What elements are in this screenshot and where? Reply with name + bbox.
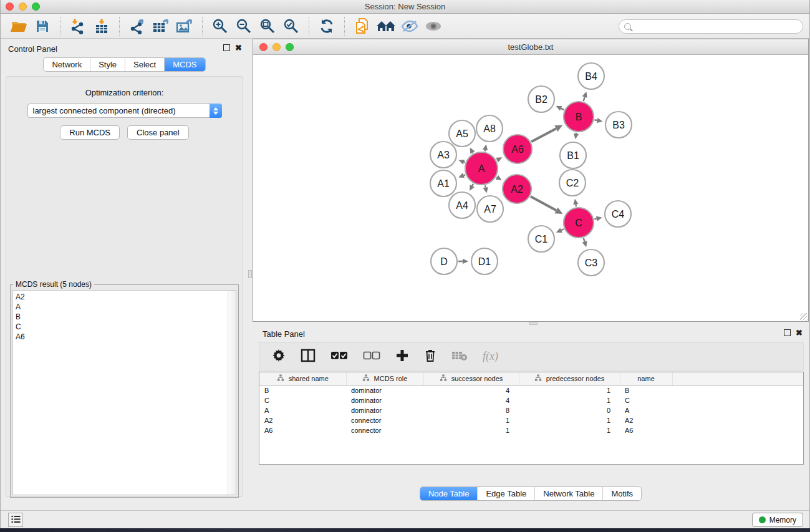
table-cell[interactable]: A2 — [259, 415, 346, 425]
result-item[interactable]: C — [13, 322, 236, 332]
table-cell[interactable]: C — [259, 395, 346, 405]
table-cell[interactable]: A2 — [620, 415, 672, 425]
table-cell[interactable]: dominator — [346, 395, 423, 405]
tab-edge-table[interactable]: Edge Table — [477, 487, 534, 500]
table-cell[interactable]: 1 — [519, 425, 620, 435]
run-mcds-button[interactable]: Run MCDS — [60, 125, 120, 140]
create-column-button[interactable] — [395, 349, 409, 365]
node-table-container[interactable]: shared nameMCDS rolesuccessor nodesprede… — [259, 372, 804, 465]
node-table-body[interactable]: Bdominator41BCdominator41CAdominator80AA… — [259, 385, 803, 435]
node-table-header[interactable]: shared nameMCDS rolesuccessor nodesprede… — [259, 372, 803, 385]
splitter-grip[interactable] — [248, 270, 252, 278]
criterion-dropdown[interactable]: largest connected component (directed) — [27, 104, 222, 118]
table-cell[interactable]: C — [620, 395, 672, 405]
table-cell[interactable]: 1 — [519, 385, 620, 395]
table-cell[interactable]: A — [259, 405, 346, 415]
select-all-columns-button[interactable] — [330, 351, 348, 362]
result-item[interactable]: A — [13, 302, 236, 312]
result-scrollbar[interactable] — [228, 291, 236, 495]
node-table[interactable]: shared nameMCDS rolesuccessor nodesprede… — [259, 372, 803, 435]
tab-node-table[interactable]: Node Table — [420, 487, 478, 500]
column-header-name[interactable]: name — [620, 372, 672, 385]
show-columns-button[interactable] — [301, 349, 316, 365]
hide-selected-button[interactable] — [398, 16, 422, 37]
search-input[interactable] — [634, 22, 803, 31]
table-cell[interactable]: dominator — [346, 385, 423, 395]
table-row[interactable]: A2connector11A2 — [259, 415, 803, 425]
edge-A-A1[interactable] — [464, 175, 465, 175]
table-cell[interactable]: connector — [346, 425, 423, 435]
memory-button[interactable]: Memory — [752, 513, 803, 527]
table-cell[interactable]: 8 — [423, 405, 519, 415]
export-image-button[interactable] — [173, 16, 196, 37]
edge-B-B3[interactable] — [594, 120, 597, 120]
result-item[interactable]: A6 — [13, 332, 236, 342]
edge-A-A3[interactable] — [464, 162, 465, 163]
delete-table-button[interactable] — [451, 350, 468, 364]
zoom-out-button[interactable] — [232, 16, 256, 37]
edge-A-A7[interactable] — [485, 185, 486, 187]
network-canvas[interactable]: AA1A2A3A4A5A6A7A8BB1B2B3B4CC1C2C3C4DD1 — [253, 56, 808, 321]
column-header-successor-nodes[interactable]: successor nodes — [423, 372, 519, 385]
window-resize-grip[interactable] — [800, 313, 808, 321]
search-box[interactable] — [619, 19, 803, 34]
function-builder-button[interactable]: f(x) — [483, 350, 498, 363]
table-row[interactable]: Adominator80A — [259, 405, 803, 415]
column-header-predecessor-nodes[interactable]: predecessor nodes — [519, 372, 620, 385]
open-session-button[interactable] — [7, 16, 31, 37]
tab-network-table[interactable]: Network Table — [534, 487, 602, 500]
table-cell[interactable]: B — [620, 385, 672, 395]
table-row[interactable]: Cdominator41C — [259, 395, 803, 405]
table-row[interactable]: Bdominator41B — [259, 385, 803, 395]
zoom-selected-button[interactable] — [279, 16, 303, 37]
splitter-grip[interactable] — [529, 322, 538, 325]
close-panel-button-mcds[interactable]: Close panel — [127, 125, 189, 140]
network-graph[interactable]: AA1A2A3A4A5A6A7A8BB1B2B3B4CC1C2C3C4DD1 — [253, 56, 807, 321]
network-window-titlebar[interactable]: testGlobe.txt — [253, 39, 808, 55]
zoom-fit-content-button[interactable] — [256, 16, 279, 37]
delete-columns-button[interactable] — [424, 349, 436, 365]
tab-network[interactable]: Network — [44, 58, 90, 71]
export-network-button[interactable] — [125, 16, 149, 37]
result-item[interactable]: B — [13, 312, 236, 322]
close-panel-button[interactable]: ✖ — [235, 44, 242, 51]
table-cell[interactable]: A6 — [620, 425, 672, 435]
task-history-button[interactable] — [8, 513, 23, 527]
mcds-result-list[interactable]: A2ABCA6 — [12, 290, 236, 495]
tab-motifs[interactable]: Motifs — [602, 487, 641, 500]
table-cell[interactable]: 1 — [519, 395, 620, 405]
table-cell[interactable]: dominator — [346, 405, 423, 415]
import-network-button[interactable] — [66, 16, 90, 37]
edge-C-C2[interactable] — [576, 205, 576, 207]
table-cell[interactable]: 0 — [519, 405, 620, 415]
close-table-panel-button[interactable]: ✖ — [796, 329, 803, 336]
result-item[interactable]: A2 — [13, 292, 236, 302]
edge-C-C3[interactable] — [584, 238, 585, 242]
edge-B-B2[interactable] — [561, 109, 564, 110]
edge-B-B4[interactable] — [584, 97, 585, 101]
tab-style[interactable]: Style — [90, 58, 125, 71]
tab-mcds[interactable]: MCDS — [164, 58, 205, 71]
table-cell[interactable]: A6 — [259, 425, 346, 435]
zoom-in-button[interactable] — [208, 16, 232, 37]
table-cell[interactable]: 4 — [423, 385, 519, 395]
table-cell[interactable]: B — [259, 385, 346, 395]
edge-C-C4[interactable] — [594, 219, 596, 220]
float-panel-button[interactable] — [223, 44, 230, 51]
show-all-button[interactable] — [422, 16, 445, 37]
table-cell[interactable]: connector — [346, 415, 423, 425]
refresh-view-button[interactable] — [315, 16, 339, 37]
edge-A2-C[interactable] — [531, 196, 556, 210]
table-cell[interactable]: 1 — [423, 415, 519, 425]
column-header-shared-name[interactable]: shared name — [259, 372, 346, 385]
import-table-button[interactable] — [90, 16, 113, 37]
table-cell[interactable]: 4 — [423, 395, 519, 405]
edge-A6-B[interactable] — [531, 128, 556, 142]
vertical-splitter[interactable] — [248, 39, 253, 506]
column-header-MCDS-role[interactable]: MCDS role — [346, 372, 423, 385]
new-network-from-selection-button[interactable] — [350, 16, 374, 37]
table-cell[interactable]: 1 — [519, 415, 620, 425]
export-table-button[interactable] — [149, 16, 173, 37]
float-table-panel-button[interactable] — [784, 329, 791, 336]
table-row[interactable]: A6connector11A6 — [259, 425, 803, 435]
